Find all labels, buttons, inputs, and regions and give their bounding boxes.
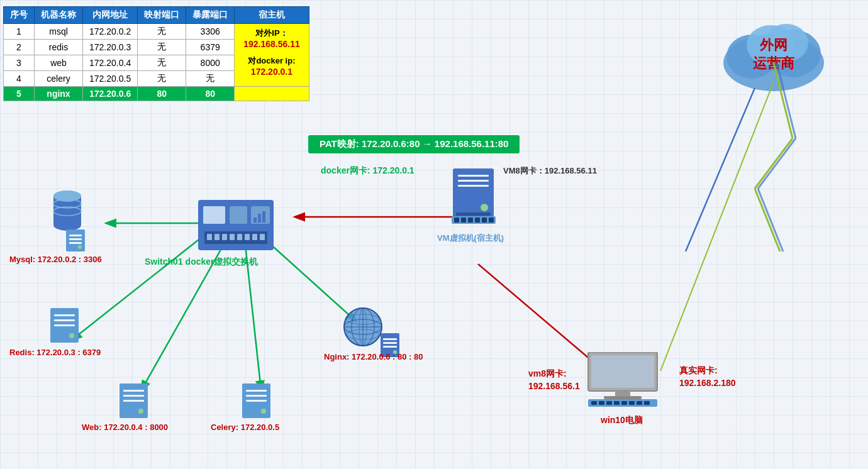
svg-rect-30 [258,214,261,223]
nginx-globe-icon [343,307,384,350]
svg-rect-38 [245,234,250,240]
pat-banner: PAT映射: 172.20.0.6:80 → 192.168.56.11:80 [308,135,520,153]
col-name: 机器名称 [35,7,83,24]
svg-rect-85 [615,391,630,396]
svg-rect-94 [637,401,642,405]
redis-label: Redis: 172.20.0.3 : 6379 [9,348,101,357]
svg-rect-20 [66,229,85,251]
col-ip: 内网地址 [83,7,138,24]
svg-rect-49 [123,400,144,402]
svg-rect-88 [591,401,597,405]
real-nic-label: 真实网卡: 192.168.2.180 [679,365,736,389]
svg-rect-22 [69,238,82,240]
svg-rect-31 [262,211,265,223]
svg-rect-72 [458,180,489,182]
mysql-label: Mysql: 172.20.0.2 : 3306 [9,255,102,264]
svg-point-24 [78,245,82,249]
svg-rect-33 [207,234,212,240]
network-table: 序号 机器名称 内网地址 映射端口 暴露端口 宿主机 1 msql 172.20… [3,6,309,101]
table-row: 1 msql 172.20.0.2 无 3306 对外IP： 192.168.5… [4,24,309,40]
svg-rect-90 [606,401,612,405]
col-expose: 暴露端口 [186,7,235,24]
svg-rect-47 [123,390,144,392]
svg-rect-92 [621,401,627,405]
svg-rect-27 [230,206,247,224]
svg-rect-37 [237,234,242,240]
svg-rect-80 [475,218,480,223]
mysql-server-icon [66,229,85,254]
svg-rect-89 [599,401,604,405]
svg-rect-73 [458,185,489,187]
svg-rect-36 [230,234,235,240]
col-map: 映射端口 [138,7,186,24]
svg-rect-66 [383,338,397,340]
web-label: Web: 172.20.0.4 : 8000 [82,422,168,432]
celery-icon [242,383,270,421]
svg-rect-95 [644,401,650,405]
svg-rect-93 [629,401,635,405]
svg-rect-48 [123,395,144,397]
svg-rect-44 [54,324,75,326]
vm-icon [453,168,494,220]
svg-point-74 [481,204,488,211]
switch-label: Switch01 docker虚拟交换机 [145,257,259,268]
svg-rect-68 [383,346,397,348]
redis-icon [50,308,79,345]
svg-line-100 [758,138,796,189]
svg-rect-81 [482,218,487,223]
vm8-nic-label: VM8网卡：192.168.56.11 [503,165,597,177]
svg-line-99 [777,63,796,138]
svg-rect-21 [69,234,82,236]
svg-rect-52 [246,390,267,392]
svg-rect-67 [383,342,397,344]
win10-label: win10电脑 [601,415,643,426]
vm-label: VM虚拟机(宿主机) [437,233,504,244]
svg-line-96 [774,63,793,138]
svg-rect-35 [222,234,227,240]
svg-rect-43 [54,319,75,321]
svg-rect-53 [246,395,267,397]
svg-rect-79 [468,218,473,223]
svg-rect-39 [252,234,257,240]
col-seq: 序号 [4,7,35,24]
svg-point-55 [261,409,266,414]
celery-label: Celery: 172.20.0.5 [211,422,279,432]
switch-icon [198,200,274,253]
svg-line-6 [72,233,208,339]
svg-line-101 [758,189,783,251]
docker-nic-label: docker网卡: 172.20.0.1 [321,165,415,177]
svg-rect-23 [69,242,82,244]
svg-rect-32 [204,231,267,244]
svg-rect-29 [253,218,257,223]
svg-rect-34 [214,234,220,240]
lightning-bolt [742,63,805,314]
svg-rect-86 [604,396,642,399]
svg-rect-77 [454,218,459,223]
svg-point-45 [69,333,74,338]
svg-rect-54 [246,400,267,402]
svg-rect-71 [458,175,489,177]
col-host: 宿主机 [235,7,309,24]
svg-line-97 [755,138,793,189]
vm-ports [452,215,496,226]
web-icon [120,383,148,421]
mysql-icon [50,189,85,235]
svg-rect-78 [461,218,466,223]
nginx-label: Nginx: 172.20.0.6 : 80 : 80 [324,352,423,361]
win10-icon [585,352,660,411]
svg-rect-84 [591,355,654,388]
svg-rect-40 [260,234,265,240]
svg-line-98 [755,189,780,251]
svg-point-50 [138,409,143,414]
table-row-nginx: 5 nginx 172.20.0.6 80 80 [4,87,309,101]
svg-rect-42 [54,314,75,316]
svg-rect-82 [489,218,494,223]
svg-rect-91 [614,401,620,405]
vm8-nic2-label: vm8网卡: 192.168.56.1 [528,368,580,392]
svg-rect-26 [203,206,225,224]
svg-line-9 [261,236,355,321]
